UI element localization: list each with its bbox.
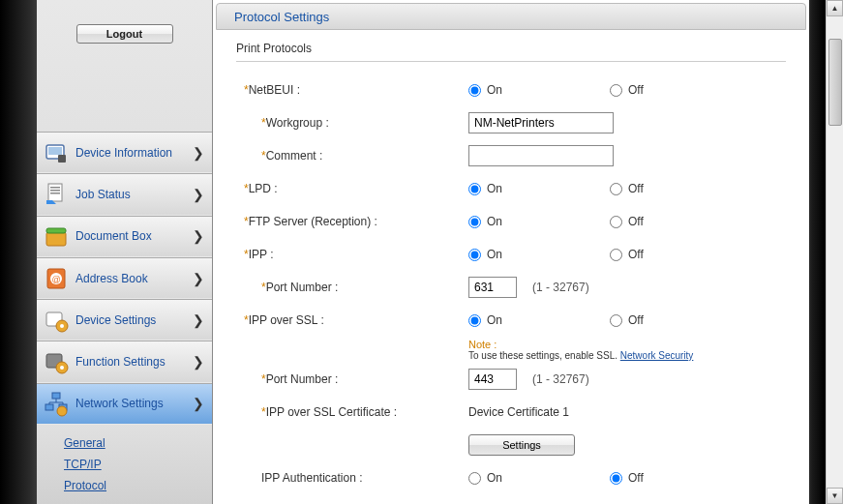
note-text: To use these settings, enable SSL. (468, 350, 620, 361)
subnav-tcpip[interactable]: TCP/IP (64, 454, 212, 475)
sidebar-item-label: Address Book (75, 272, 193, 285)
radio-ipp-auth-off[interactable] (610, 472, 622, 485)
sidebar-item-function-settings[interactable]: Function Settings ❯ (37, 341, 212, 382)
function-settings-icon (43, 348, 70, 375)
radio-ipp-on[interactable] (468, 249, 481, 261)
scroll-up-arrow[interactable]: ▲ (827, 0, 843, 16)
input-workgroup[interactable] (468, 112, 614, 133)
sidebar-item-label: Function Settings (75, 355, 193, 369)
label-lpd: LPD : (249, 182, 278, 195)
settings-button[interactable]: Settings (468, 434, 575, 456)
label-ipp-port: Port Number : (266, 281, 339, 294)
svg-rect-2 (58, 155, 66, 163)
svg-point-25 (57, 406, 67, 416)
sidebar-item-label: Document Box (75, 229, 193, 243)
svg-point-17 (60, 366, 64, 370)
device-settings-icon (43, 307, 70, 334)
label-comment: Comment : (266, 149, 323, 163)
input-ipp-ssl-port[interactable] (468, 369, 517, 390)
frame-left-border (0, 0, 37, 504)
port-range: (1 - 32767) (532, 281, 589, 294)
input-ipp-port[interactable] (468, 277, 517, 298)
radio-ipp-ssl-on[interactable] (468, 314, 481, 327)
svg-rect-1 (48, 147, 62, 155)
radio-ftp-off[interactable] (610, 216, 622, 228)
network-settings-icon (43, 390, 70, 417)
sidebar-item-network-settings[interactable]: Network Settings ❯ (37, 383, 212, 425)
label-ipp-ssl: IPP over SSL : (249, 313, 324, 327)
document-box-icon (43, 222, 70, 250)
sidebar-item-document-box[interactable]: Document Box ❯ (37, 216, 212, 257)
radio-ipp-off[interactable] (610, 249, 622, 261)
sidebar-item-label: Device Settings (75, 313, 193, 327)
label-ipp-ssl-port: Port Number : (266, 372, 339, 386)
chevron-down-icon: ❯ (193, 396, 204, 411)
sidebar-item-address-book[interactable]: @ Address Book ❯ (37, 257, 212, 299)
chevron-right-icon: ❯ (193, 228, 204, 244)
cert-value: Device Certificate 1 (468, 405, 569, 419)
window-scrollbar[interactable]: ▲ ▼ (826, 0, 843, 504)
svg-text:@: @ (51, 275, 60, 284)
svg-point-14 (60, 324, 64, 328)
job-status-icon (43, 181, 70, 208)
radio-ftp-on[interactable] (468, 216, 481, 228)
label-netbeui: NetBEUI : (249, 83, 300, 97)
sidebar-item-label: Device Information (75, 146, 193, 160)
label-ipp-auth: IPP Authentication : (261, 471, 363, 485)
sidebar-item-job-status[interactable]: Job Status ❯ (37, 173, 212, 215)
note-link-network-security[interactable]: Network Security (620, 350, 694, 361)
radio-ipp-ssl-off[interactable] (610, 314, 622, 327)
chevron-right-icon: ❯ (193, 354, 204, 370)
svg-rect-7 (46, 232, 66, 246)
svg-rect-19 (45, 404, 53, 410)
svg-rect-18 (52, 393, 60, 399)
sidebar-item-label: Job Status (75, 188, 193, 201)
svg-rect-8 (46, 228, 66, 233)
label-ipp-ssl-cert: IPP over SSL Certificate : (266, 405, 397, 419)
note-label: Note : (468, 339, 786, 350)
radio-ipp-auth-on[interactable] (468, 472, 481, 485)
label-workgroup: Workgroup : (266, 116, 329, 130)
sidebar-item-device-information[interactable]: Device Information ❯ (37, 132, 212, 173)
radio-netbeui-off[interactable] (610, 84, 622, 97)
sidebar-subnav: General TCP/IP Protocol (37, 425, 212, 504)
section-title: Print Protocols (236, 42, 786, 55)
svg-rect-6 (50, 193, 60, 194)
sidebar-item-label: Network Settings (75, 397, 193, 410)
sidebar: Logout Device Information ❯ Job Status ❯… (37, 0, 213, 504)
label-ftp: FTP Server (Reception) : (249, 215, 377, 228)
chevron-right-icon: ❯ (193, 271, 204, 286)
chevron-right-icon: ❯ (193, 312, 204, 328)
logout-button[interactable]: Logout (76, 24, 173, 44)
sidebar-item-device-settings[interactable]: Device Settings ❯ (37, 299, 212, 341)
radio-lpd-on[interactable] (468, 183, 481, 195)
subnav-protocol[interactable]: Protocol (64, 475, 212, 496)
radio-netbeui-on[interactable] (468, 84, 481, 97)
scroll-thumb[interactable] (828, 39, 842, 126)
chevron-right-icon: ❯ (193, 187, 204, 202)
panel-title: Protocol Settings (216, 3, 806, 30)
content-area: Protocol Settings Print Protocols *NetBE… (213, 0, 809, 504)
divider (236, 61, 786, 62)
svg-rect-4 (50, 187, 60, 189)
svg-rect-5 (50, 190, 60, 192)
port-range: (1 - 32767) (532, 372, 589, 386)
subnav-general[interactable]: General (64, 432, 212, 454)
input-comment[interactable] (468, 145, 614, 166)
chevron-right-icon: ❯ (193, 145, 204, 161)
address-book-icon: @ (43, 265, 70, 292)
frame-right-border (809, 0, 825, 504)
radio-lpd-off[interactable] (610, 183, 622, 195)
device-info-icon (43, 139, 70, 166)
label-ipp: IPP : (249, 248, 274, 261)
scroll-down-arrow[interactable]: ▼ (827, 488, 843, 504)
